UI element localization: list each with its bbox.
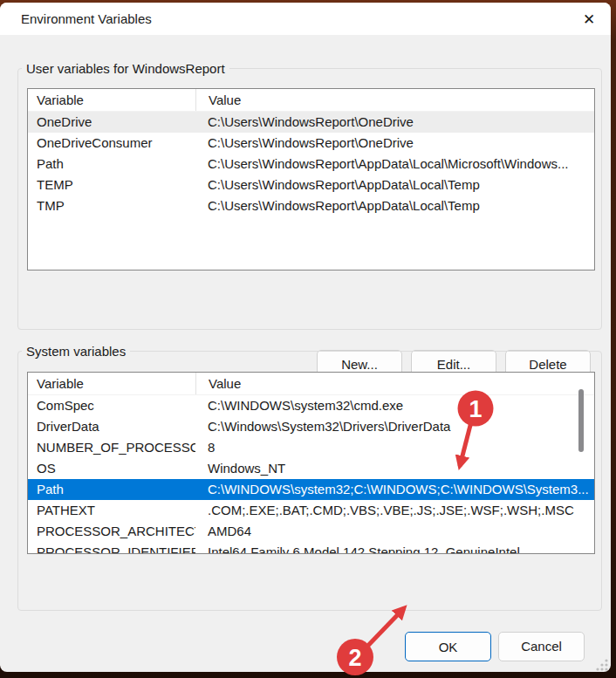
list-item-os[interactable]: OS Windows_NT <box>28 458 594 479</box>
list-item-onedriveconsumer[interactable]: OneDriveConsumer C:\Users\WindowsReport\… <box>28 133 594 154</box>
cancel-button[interactable]: Cancel <box>498 632 585 661</box>
column-header-value: Value <box>195 89 594 111</box>
list-item-pathext[interactable]: PATHEXT .COM;.EXE;.BAT;.CMD;.VBS;.VBE;.J… <box>28 500 594 521</box>
list-item-user-path[interactable]: Path C:\Users\WindowsReport\AppData\Loca… <box>28 154 594 175</box>
list-item-onedrive[interactable]: OneDrive C:\Users\WindowsReport\OneDrive <box>28 112 594 133</box>
user-variables-group-label: User variables for WindowsReport <box>22 60 229 77</box>
titlebar: Environment Variables ✕ <box>0 3 611 35</box>
dialog-title: Environment Variables <box>21 3 152 35</box>
close-icon[interactable]: ✕ <box>576 6 602 32</box>
system-variables-group: System variables Variable Value ComSpec … <box>17 351 602 611</box>
list-item-system-path-selected[interactable]: Path C:\WINDOWS\system32;C:\WINDOWS;C:\W… <box>28 479 594 500</box>
column-header-variable: Variable <box>28 89 195 111</box>
system-variables-list: Variable Value ComSpec C:\WINDOWS\system… <box>27 372 595 554</box>
column-header-variable: Variable <box>28 373 195 394</box>
list-item-processor-identifier[interactable]: PROCESSOR_IDENTIFIER Intel64 Family 6 Mo… <box>28 542 594 554</box>
list-header: Variable Value <box>28 89 594 112</box>
list-header: Variable Value <box>28 373 594 395</box>
list-item-comspec[interactable]: ComSpec C:\WINDOWS\system32\cmd.exe <box>28 395 594 416</box>
environment-variables-dialog: Environment Variables ✕ User variables f… <box>0 3 611 672</box>
list-item-processor-architecture[interactable]: PROCESSOR_ARCHITECTU... AMD64 <box>28 521 594 542</box>
ok-button[interactable]: OK <box>405 632 491 661</box>
user-variables-list: Variable Value OneDrive C:\Users\Windows… <box>27 88 595 271</box>
vertical-scrollbar-thumb[interactable] <box>578 389 584 452</box>
list-item-temp[interactable]: TEMP C:\Users\WindowsReport\AppData\Loca… <box>28 175 594 195</box>
list-item-driverdata[interactable]: DriverData C:\Windows\System32\Drivers\D… <box>28 416 594 437</box>
list-item-number-of-processors[interactable]: NUMBER_OF_PROCESSORS 8 <box>28 437 594 458</box>
user-variables-group: User variables for WindowsReport Variabl… <box>17 68 602 330</box>
list-item-tmp[interactable]: TMP C:\Users\WindowsReport\AppData\Local… <box>28 195 594 216</box>
column-header-value: Value <box>195 373 594 394</box>
system-variables-group-label: System variables <box>22 343 130 360</box>
desktop-background: Environment Variables ✕ User variables f… <box>0 0 616 678</box>
